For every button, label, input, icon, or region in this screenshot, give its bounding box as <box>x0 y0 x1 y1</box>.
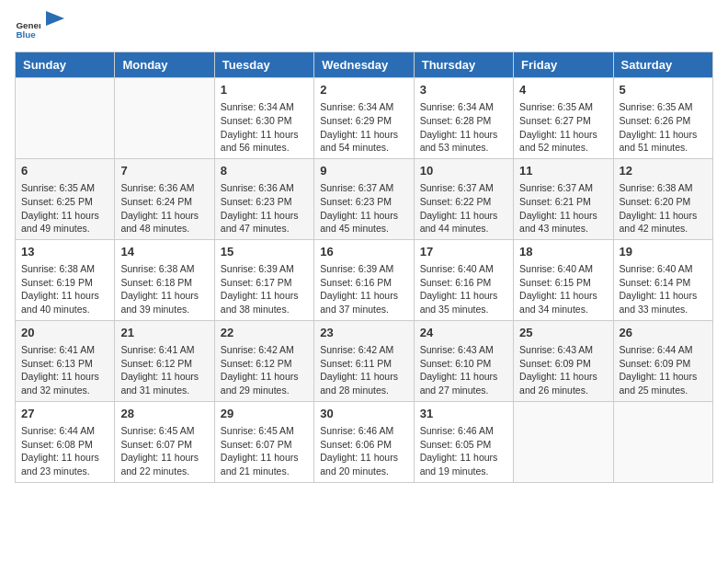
day-number: 3 <box>420 82 507 98</box>
sunset-text: Sunset: 6:26 PM <box>620 114 707 128</box>
sunset-text: Sunset: 6:29 PM <box>320 114 407 128</box>
daylight-text: Daylight: 11 hours and 51 minutes. <box>620 128 707 155</box>
sunset-text: Sunset: 6:27 PM <box>519 114 607 128</box>
sunrise-text: Sunrise: 6:42 AM <box>221 343 308 357</box>
calendar-cell: 29Sunrise: 6:45 AMSunset: 6:07 PMDayligh… <box>214 401 313 482</box>
daylight-text: Daylight: 11 hours and 48 minutes. <box>120 209 208 236</box>
calendar-cell: 14Sunrise: 6:38 AMSunset: 6:18 PMDayligh… <box>115 239 214 320</box>
day-number: 29 <box>221 406 308 422</box>
calendar-cell: 7Sunrise: 6:36 AMSunset: 6:24 PMDaylight… <box>115 158 214 239</box>
sunset-text: Sunset: 6:16 PM <box>420 276 507 290</box>
sunrise-text: Sunrise: 6:40 AM <box>420 262 507 276</box>
logo-flag-icon <box>46 11 64 39</box>
day-number: 19 <box>620 244 707 260</box>
calendar-week-row: 6Sunrise: 6:35 AMSunset: 6:25 PMDaylight… <box>16 158 713 239</box>
day-number: 11 <box>519 163 607 179</box>
sunrise-text: Sunrise: 6:36 AM <box>120 181 208 195</box>
sunrise-text: Sunrise: 6:37 AM <box>420 181 507 195</box>
day-number: 20 <box>21 325 108 341</box>
day-number: 10 <box>420 163 507 179</box>
calendar-cell: 16Sunrise: 6:39 AMSunset: 6:16 PMDayligh… <box>314 239 414 320</box>
daylight-text: Daylight: 11 hours and 52 minutes. <box>519 128 607 155</box>
day-header-thursday: Thursday <box>414 52 513 78</box>
sunrise-text: Sunrise: 6:41 AM <box>21 343 108 357</box>
daylight-text: Daylight: 11 hours and 35 minutes. <box>420 289 507 316</box>
day-header-tuesday: Tuesday <box>214 52 313 78</box>
daylight-text: Daylight: 11 hours and 44 minutes. <box>420 209 507 236</box>
sunset-text: Sunset: 6:18 PM <box>120 276 208 290</box>
sunset-text: Sunset: 6:28 PM <box>420 114 507 128</box>
daylight-text: Daylight: 11 hours and 26 minutes. <box>519 370 607 396</box>
day-number: 26 <box>620 325 707 341</box>
sunrise-text: Sunrise: 6:38 AM <box>21 262 108 276</box>
calendar-cell: 13Sunrise: 6:38 AMSunset: 6:19 PMDayligh… <box>16 239 115 320</box>
sunset-text: Sunset: 6:05 PM <box>420 438 507 452</box>
daylight-text: Daylight: 11 hours and 19 minutes. <box>420 451 507 477</box>
day-number: 24 <box>420 325 507 341</box>
day-number: 27 <box>21 406 108 422</box>
daylight-text: Daylight: 11 hours and 56 minutes. <box>221 128 308 155</box>
daylight-text: Daylight: 11 hours and 42 minutes. <box>620 209 707 236</box>
day-number: 22 <box>221 325 308 341</box>
sunrise-text: Sunrise: 6:35 AM <box>620 100 707 114</box>
calendar-cell <box>514 401 613 482</box>
sunrise-text: Sunrise: 6:43 AM <box>420 343 507 357</box>
sunset-text: Sunset: 6:19 PM <box>21 276 108 290</box>
calendar-cell: 31Sunrise: 6:46 AMSunset: 6:05 PMDayligh… <box>414 401 513 482</box>
daylight-text: Daylight: 11 hours and 29 minutes. <box>221 370 308 396</box>
daylight-text: Daylight: 11 hours and 25 minutes. <box>620 370 707 396</box>
sunrise-text: Sunrise: 6:34 AM <box>420 100 507 114</box>
calendar-cell: 2Sunrise: 6:34 AMSunset: 6:29 PMDaylight… <box>314 78 414 159</box>
sunrise-text: Sunrise: 6:35 AM <box>519 100 607 114</box>
day-header-monday: Monday <box>115 52 214 78</box>
sunset-text: Sunset: 6:14 PM <box>620 276 707 290</box>
sunrise-text: Sunrise: 6:43 AM <box>519 343 607 357</box>
calendar-cell: 1Sunrise: 6:34 AMSunset: 6:30 PMDaylight… <box>214 78 313 159</box>
sunrise-text: Sunrise: 6:39 AM <box>221 262 308 276</box>
day-header-saturday: Saturday <box>613 52 712 78</box>
day-number: 16 <box>320 244 407 260</box>
calendar-cell: 9Sunrise: 6:37 AMSunset: 6:23 PMDaylight… <box>314 158 414 239</box>
day-number: 1 <box>221 82 308 98</box>
sunset-text: Sunset: 6:15 PM <box>519 276 607 290</box>
sunset-text: Sunset: 6:09 PM <box>519 357 607 371</box>
sunset-text: Sunset: 6:22 PM <box>420 195 507 209</box>
sunset-text: Sunset: 6:30 PM <box>221 114 308 128</box>
day-number: 25 <box>519 325 607 341</box>
page-header: General Blue <box>15 15 713 40</box>
calendar-cell: 12Sunrise: 6:38 AMSunset: 6:20 PMDayligh… <box>613 158 712 239</box>
calendar-cell: 18Sunrise: 6:40 AMSunset: 6:15 PMDayligh… <box>514 239 613 320</box>
sunset-text: Sunset: 6:11 PM <box>320 357 407 371</box>
day-number: 6 <box>21 163 108 179</box>
daylight-text: Daylight: 11 hours and 20 minutes. <box>320 451 407 477</box>
sunrise-text: Sunrise: 6:44 AM <box>620 343 707 357</box>
day-number: 30 <box>320 406 407 422</box>
sunset-text: Sunset: 6:07 PM <box>221 438 308 452</box>
day-number: 18 <box>519 244 607 260</box>
day-number: 7 <box>120 163 208 179</box>
calendar-cell: 28Sunrise: 6:45 AMSunset: 6:07 PMDayligh… <box>115 401 214 482</box>
day-number: 4 <box>519 82 607 98</box>
sunrise-text: Sunrise: 6:45 AM <box>120 424 208 438</box>
day-number: 9 <box>320 163 407 179</box>
calendar-cell: 11Sunrise: 6:37 AMSunset: 6:21 PMDayligh… <box>514 158 613 239</box>
sunrise-text: Sunrise: 6:36 AM <box>221 181 308 195</box>
daylight-text: Daylight: 11 hours and 28 minutes. <box>320 370 407 396</box>
calendar-cell <box>16 78 115 159</box>
calendar-cell: 21Sunrise: 6:41 AMSunset: 6:12 PMDayligh… <box>115 320 214 401</box>
day-header-sunday: Sunday <box>16 52 115 78</box>
sunrise-text: Sunrise: 6:42 AM <box>320 343 407 357</box>
day-number: 31 <box>420 406 507 422</box>
logo: General Blue <box>15 15 64 40</box>
sunrise-text: Sunrise: 6:44 AM <box>21 424 108 438</box>
sunrise-text: Sunrise: 6:46 AM <box>420 424 507 438</box>
calendar-cell: 17Sunrise: 6:40 AMSunset: 6:16 PMDayligh… <box>414 239 513 320</box>
calendar-cell: 5Sunrise: 6:35 AMSunset: 6:26 PMDaylight… <box>613 78 712 159</box>
sunset-text: Sunset: 6:08 PM <box>21 438 108 452</box>
daylight-text: Daylight: 11 hours and 22 minutes. <box>120 451 208 477</box>
day-number: 13 <box>21 244 108 260</box>
sunrise-text: Sunrise: 6:39 AM <box>320 262 407 276</box>
sunrise-text: Sunrise: 6:35 AM <box>21 181 108 195</box>
calendar-cell: 23Sunrise: 6:42 AMSunset: 6:11 PMDayligh… <box>314 320 414 401</box>
daylight-text: Daylight: 11 hours and 49 minutes. <box>21 209 108 236</box>
